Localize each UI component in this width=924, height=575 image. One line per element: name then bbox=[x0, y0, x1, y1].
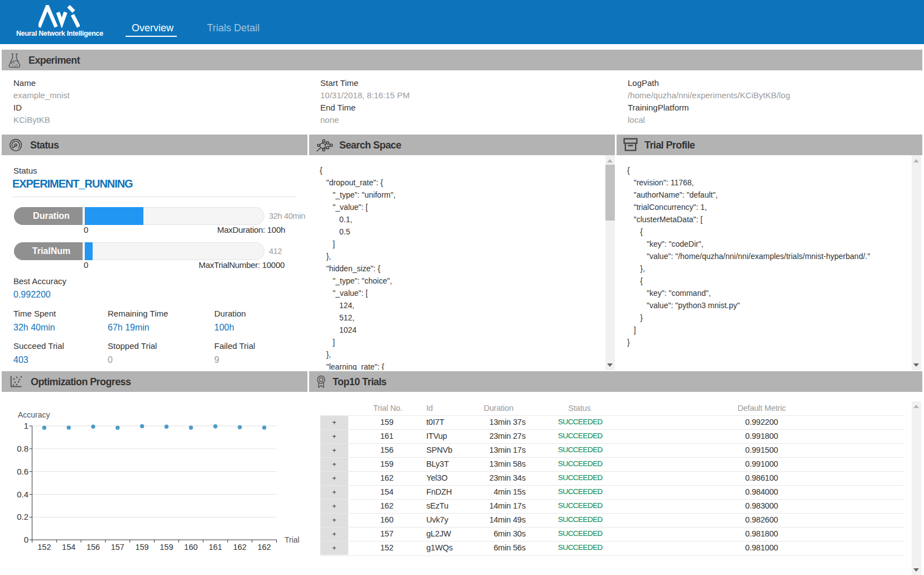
svg-text:161: 161 bbox=[209, 543, 222, 552]
svg-text:159: 159 bbox=[135, 543, 148, 552]
svg-text:162: 162 bbox=[257, 543, 271, 552]
svg-text:0.2: 0.2 bbox=[17, 512, 28, 521]
svg-text:0: 0 bbox=[24, 535, 28, 544]
svg-text:157: 157 bbox=[111, 543, 124, 552]
svg-text:156: 156 bbox=[86, 543, 100, 552]
svg-text:154: 154 bbox=[62, 543, 75, 552]
svg-text:0.6: 0.6 bbox=[17, 467, 28, 476]
svg-text:160: 160 bbox=[184, 543, 198, 552]
svg-text:152: 152 bbox=[37, 543, 51, 552]
svg-text:1: 1 bbox=[24, 421, 28, 430]
svg-text:0.8: 0.8 bbox=[17, 444, 28, 453]
svg-text:159: 159 bbox=[160, 543, 173, 552]
svg-text:162: 162 bbox=[233, 543, 247, 552]
svg-text:0.4: 0.4 bbox=[17, 490, 28, 499]
svg-text:Trial: Trial bbox=[285, 535, 300, 544]
